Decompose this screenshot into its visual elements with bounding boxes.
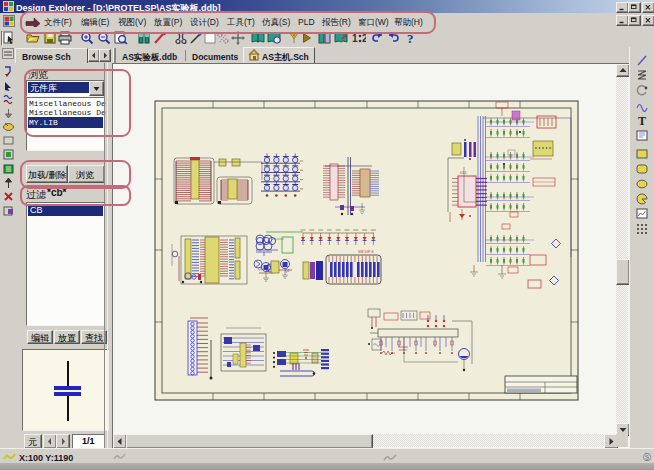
svg-text:2: 2 <box>362 33 366 44</box>
svg-text:Q2: Q2 <box>285 269 289 273</box>
svg-text:T: T <box>638 114 646 127</box>
svg-text:1: 1 <box>352 33 358 44</box>
svg-text:SW DIP-8: SW DIP-8 <box>358 250 374 254</box>
svg-text:U14: U14 <box>460 171 466 175</box>
